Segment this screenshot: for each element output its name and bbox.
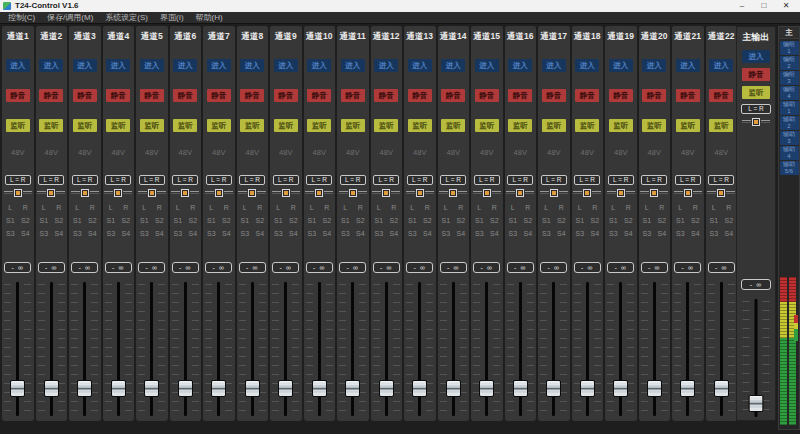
fader[interactable] [473,282,500,416]
route-s2-button[interactable]: S2 [556,216,567,225]
enter-button[interactable]: 进入 [106,59,130,72]
bus-select-button[interactable]: 编组 1 [780,41,799,55]
fader-knob[interactable] [446,380,461,397]
pan-slider[interactable] [338,188,368,197]
route-s1-button[interactable]: S1 [675,216,686,225]
phantom-48v-button[interactable]: 48V [279,148,292,158]
route-s3-button[interactable]: S3 [172,229,183,238]
monitor-button[interactable]: 监听 [709,119,733,132]
bus-select-button[interactable]: 编组 4 [780,86,799,100]
fader-knob[interactable] [278,380,293,397]
route-s1-button[interactable]: S1 [340,216,351,225]
monitor-button[interactable]: 监听 [173,119,197,132]
enter-button[interactable]: 进入 [609,59,633,72]
enter-button[interactable]: 进入 [207,59,231,72]
pan-slider[interactable] [572,188,602,197]
pan-slider[interactable] [304,188,334,197]
route-r-button[interactable]: R [120,203,131,212]
phantom-48v-button[interactable]: 48V [480,148,493,158]
pan-slider[interactable] [405,188,435,197]
pan-thumb[interactable] [382,189,390,197]
mute-button[interactable]: 静音 [240,89,264,102]
route-r-button[interactable]: R [589,203,600,212]
route-s3-button[interactable]: S3 [440,229,451,238]
mute-button[interactable]: 静音 [408,89,432,102]
route-l-button[interactable]: L [105,203,116,212]
route-s3-button[interactable]: S3 [608,229,619,238]
route-s2-button[interactable]: S2 [522,216,533,225]
fader-knob[interactable] [312,380,327,397]
menu-help[interactable]: 帮助(H) [190,12,229,24]
route-s3-button[interactable]: S3 [239,229,250,238]
phantom-48v-button[interactable]: 48V [547,148,560,158]
fader-knob[interactable] [345,380,360,397]
route-s4-button[interactable]: S4 [254,229,265,238]
phantom-48v-button[interactable]: 48V [11,148,24,158]
monitor-button[interactable]: 监听 [6,119,30,132]
route-s4-button[interactable]: S4 [623,229,634,238]
phantom-48v-button[interactable]: 48V [380,148,393,158]
minimize-button[interactable]: – [731,0,753,12]
route-s1-button[interactable]: S1 [373,216,384,225]
route-r-button[interactable]: R [53,203,64,212]
route-r-button[interactable]: R [723,203,734,212]
phantom-48v-button[interactable]: 48V [212,148,225,158]
pan-slider[interactable] [271,188,301,197]
route-r-button[interactable]: R [20,203,31,212]
master-fader[interactable] [743,299,770,417]
mute-button[interactable]: 静音 [575,89,599,102]
enter-button[interactable]: 进入 [307,59,331,72]
route-r-button[interactable]: R [87,203,98,212]
enter-button[interactable]: 进入 [441,59,465,72]
route-s4-button[interactable]: S4 [288,229,299,238]
route-l-button[interactable]: L [139,203,150,212]
enter-button[interactable]: 进入 [709,59,733,72]
route-l-button[interactable]: L [708,203,719,212]
route-s2-button[interactable]: S2 [321,216,332,225]
route-s3-button[interactable]: S3 [541,229,552,238]
fader-knob[interactable] [513,380,528,397]
route-s2-button[interactable]: S2 [254,216,265,225]
fader[interactable] [440,282,467,416]
route-s4-button[interactable]: S4 [53,229,64,238]
mute-button[interactable]: 静音 [106,89,130,102]
pan-slider[interactable] [103,188,133,197]
route-s2-button[interactable]: S2 [87,216,98,225]
pan-thumb[interactable] [315,189,323,197]
route-s2-button[interactable]: S2 [20,216,31,225]
enter-button[interactable]: 进入 [542,59,566,72]
route-s1-button[interactable]: S1 [38,216,49,225]
route-l-button[interactable]: L [440,203,451,212]
route-s3-button[interactable]: S3 [641,229,652,238]
pan-thumb[interactable] [148,189,156,197]
enter-button[interactable]: 进入 [73,59,97,72]
fader[interactable] [205,282,232,416]
route-s3-button[interactable]: S3 [708,229,719,238]
route-s2-button[interactable]: S2 [656,216,667,225]
pan-slider[interactable] [472,188,502,197]
mute-button[interactable]: 静音 [542,89,566,102]
route-s1-button[interactable]: S1 [206,216,217,225]
master-enter-button[interactable]: 进入 [742,50,770,63]
monitor-button[interactable]: 监听 [240,119,264,132]
monitor-button[interactable]: 监听 [341,119,365,132]
fader[interactable] [574,282,601,416]
mute-button[interactable]: 静音 [709,89,733,102]
pan-thumb[interactable] [650,189,658,197]
route-l-button[interactable]: L [340,203,351,212]
enter-button[interactable]: 进入 [173,59,197,72]
pan-slider[interactable] [673,188,703,197]
route-s2-button[interactable]: S2 [355,216,366,225]
route-s3-button[interactable]: S3 [105,229,116,238]
route-s2-button[interactable]: S2 [723,216,734,225]
route-r-button[interactable]: R [422,203,433,212]
route-l-button[interactable]: L [72,203,83,212]
mute-button[interactable]: 静音 [441,89,465,102]
route-l-button[interactable]: L [273,203,284,212]
route-r-button[interactable]: R [489,203,500,212]
monitor-button[interactable]: 监听 [207,119,231,132]
route-s4-button[interactable]: S4 [221,229,232,238]
fader[interactable] [306,282,333,416]
route-s4-button[interactable]: S4 [556,229,567,238]
phantom-48v-button[interactable]: 48V [246,148,259,158]
